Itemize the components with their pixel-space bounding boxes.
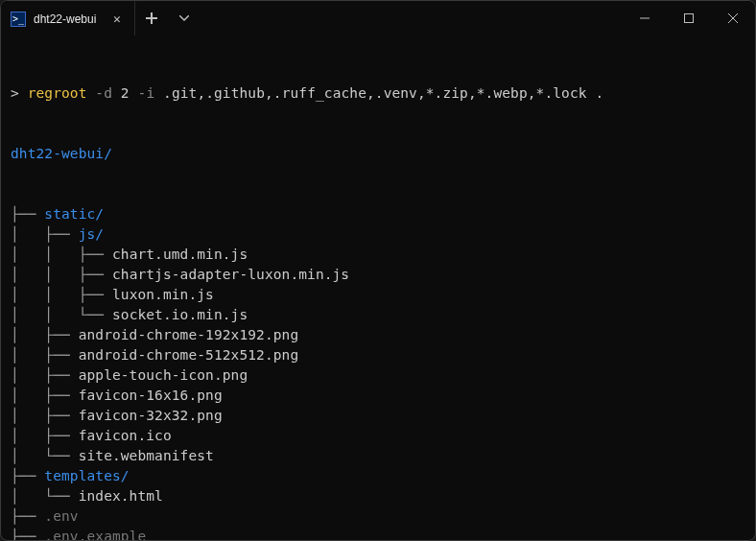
tree-row: │ ├── favicon-16x16.png	[11, 386, 745, 406]
tree-entry: .env	[44, 508, 78, 524]
window-controls	[623, 1, 755, 35]
tree-indent: ├──	[11, 508, 44, 524]
tree-entry: favicon.ico	[79, 428, 172, 443]
new-tab-button[interactable]	[135, 1, 168, 35]
titlebar-drag-region[interactable]	[201, 1, 623, 35]
tree-indent: │ └──	[11, 488, 79, 504]
close-tab-icon[interactable]: ✕	[109, 12, 125, 27]
tree-indent: │ ├──	[11, 408, 79, 423]
tree-row: │ └── index.html	[11, 486, 745, 506]
tree-row: │ ├── android-chrome-192x192.png	[11, 325, 745, 345]
tree-indent: │ ├──	[11, 388, 79, 403]
plus-icon	[146, 12, 157, 24]
tree-row: │ ├── js/	[11, 224, 745, 245]
tree-row: ├── .env.example	[11, 527, 745, 540]
tree-row: │ ├── apple-touch-icon.png	[11, 365, 745, 386]
tree-root-name: dht22-webui/	[11, 146, 112, 161]
tree-row: │ │ ├── chartjs-adapter-luxon.min.js	[11, 265, 745, 285]
command-flag-i: -i	[138, 85, 155, 101]
tree-entry: js/	[79, 226, 105, 242]
tree-row: │ │ ├── chart.umd.min.js	[11, 245, 745, 265]
tree-entry: templates/	[44, 468, 129, 483]
tree-indent: │ ├──	[11, 428, 79, 443]
tree-indent: │ └──	[11, 448, 79, 463]
prompt-symbol: >	[11, 85, 19, 101]
tree-row: │ ├── favicon.ico	[11, 426, 745, 446]
command-depth: 2	[121, 85, 130, 101]
tree-row: ├── static/	[11, 204, 745, 224]
tree-indent: │ ├──	[11, 367, 79, 383]
tree-body: ├── static/│ ├── js/│ │ ├── chart.umd.mi…	[11, 204, 745, 540]
tree-row: ├── templates/	[11, 466, 745, 486]
powershell-icon: >_	[11, 12, 26, 27]
tree-indent: │ ├──	[11, 347, 79, 363]
tree-row: │ ├── android-chrome-512x512.png	[11, 345, 745, 365]
tree-entry: luxon.min.js	[112, 287, 214, 302]
command-exe: regroot	[28, 85, 87, 101]
tree-entry: chart.umd.min.js	[112, 247, 248, 262]
command-ignore-list: .git,.github,.ruff_cache,.venv,*.zip,*.w…	[163, 85, 587, 101]
tree-indent: │ │ ├──	[11, 287, 112, 302]
tree-indent: │ ├──	[11, 327, 79, 342]
tree-indent: │ │ ├──	[11, 247, 112, 262]
tree-entry: android-chrome-192x192.png	[79, 327, 299, 342]
tab-title: dht22-webui	[34, 12, 102, 26]
terminal-window: >_ dht22-webui ✕ > regroot -d 2	[0, 0, 756, 541]
command-flag-d: -d	[95, 85, 112, 101]
tree-entry: favicon-32x32.png	[79, 408, 223, 423]
tree-entry: chartjs-adapter-luxon.min.js	[112, 267, 349, 282]
tree-entry: site.webmanifest	[79, 448, 214, 463]
command-path: .	[595, 85, 603, 101]
tree-row: │ │ └── socket.io.min.js	[11, 305, 745, 325]
chevron-down-icon	[179, 15, 189, 21]
minimize-icon	[640, 13, 650, 23]
tree-indent: │ │ └──	[11, 307, 112, 322]
tree-row: │ │ ├── luxon.min.js	[11, 285, 745, 305]
tree-entry: favicon-16x16.png	[79, 388, 223, 403]
tree-entry: android-chrome-512x512.png	[79, 347, 299, 363]
svg-rect-0	[685, 14, 694, 23]
maximize-button[interactable]	[667, 1, 711, 35]
tree-entry: static/	[44, 206, 104, 222]
close-icon	[728, 13, 738, 23]
tree-indent: ├──	[11, 468, 44, 483]
tree-root: dht22-webui/	[11, 144, 745, 164]
tree-indent: │ ├──	[11, 226, 79, 242]
tab-active[interactable]: >_ dht22-webui ✕	[1, 1, 135, 35]
tree-row: │ └── site.webmanifest	[11, 446, 745, 466]
minimize-button[interactable]	[623, 1, 667, 35]
maximize-icon	[684, 13, 694, 23]
tree-indent: ├──	[11, 206, 44, 222]
command-line: > regroot -d 2 -i .git,.github,.ruff_cac…	[11, 83, 745, 104]
tree-indent: │ │ ├──	[11, 267, 112, 282]
tree-indent: ├──	[11, 529, 44, 540]
tree-entry: index.html	[79, 488, 163, 504]
tree-entry: .env.example	[44, 529, 146, 540]
tree-row: │ ├── favicon-32x32.png	[11, 406, 745, 426]
close-window-button[interactable]	[711, 1, 755, 35]
titlebar: >_ dht22-webui ✕	[1, 1, 755, 35]
tree-row: ├── .env	[11, 506, 745, 527]
tab-dropdown-button[interactable]	[168, 1, 201, 35]
tab-area: >_ dht22-webui ✕	[1, 1, 201, 35]
tree-entry: socket.io.min.js	[112, 307, 248, 322]
tree-entry: apple-touch-icon.png	[79, 367, 248, 383]
terminal-content[interactable]: > regroot -d 2 -i .git,.github,.ruff_cac…	[1, 35, 755, 540]
